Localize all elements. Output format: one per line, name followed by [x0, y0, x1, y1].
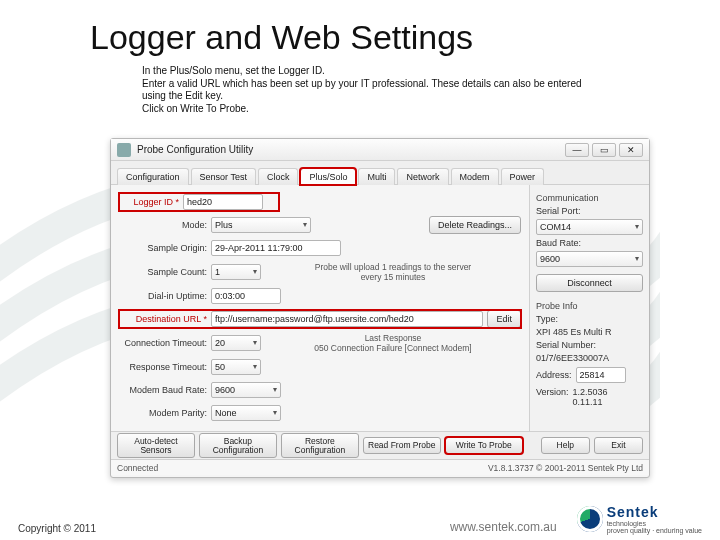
logo-brand-sub: technologies	[607, 520, 702, 527]
exit-button[interactable]: Exit	[594, 437, 643, 454]
baud-rate-select[interactable]: 9600	[536, 251, 643, 267]
form-panel: Logger ID * hed20 Mode: Plus Delete Read…	[111, 185, 529, 431]
address-label: Address:	[536, 370, 572, 380]
tab-power[interactable]: Power	[501, 168, 545, 185]
version-value: 1.2.5036	[573, 387, 608, 397]
tab-bar: Configuration Sensor Test Clock Plus/Sol…	[111, 161, 649, 185]
logo-mark-icon	[577, 506, 603, 532]
close-button[interactable]: ✕	[619, 143, 643, 157]
baud-rate-label: Baud Rate:	[536, 238, 643, 248]
probe-info-heading: Probe Info	[536, 301, 643, 311]
edit-url-button[interactable]: Edit	[487, 310, 521, 328]
status-connected: Connected	[117, 463, 158, 473]
logger-id-input[interactable]: hed20	[183, 194, 263, 210]
backup-config-button[interactable]: Backup Configuration	[199, 433, 277, 459]
version-value2: 0.11.11	[573, 397, 608, 407]
last-response-label: Last Response	[265, 333, 521, 343]
tab-configuration[interactable]: Configuration	[117, 168, 189, 185]
mode-select[interactable]: Plus	[211, 217, 311, 233]
last-response-value: 050 Connection Failure [Connect Modem]	[265, 343, 521, 353]
status-version: V1.8.1.3737 © 2001-2011 Sentek Pty Ltd	[488, 463, 643, 473]
instruction-line: Click on Write To Probe.	[142, 103, 602, 116]
instruction-line: In the Plus/Solo menu, set the Logger ID…	[142, 65, 602, 78]
serial-port-label: Serial Port:	[536, 206, 643, 216]
version-label: Version:	[536, 387, 569, 397]
minimize-button[interactable]: —	[565, 143, 589, 157]
footer-url: www.sentek.com.au	[450, 520, 557, 534]
help-button[interactable]: Help	[541, 437, 590, 454]
tab-modem[interactable]: Modem	[451, 168, 499, 185]
modem-parity-select[interactable]: None	[211, 405, 281, 421]
type-label: Type:	[536, 314, 643, 324]
window-title: Probe Configuration Utility	[137, 144, 253, 155]
bottom-button-bar: Auto-detect Sensors Backup Configuration…	[111, 431, 649, 459]
conn-timeout-select[interactable]: 20	[211, 335, 261, 351]
logo-tagline: proven quality · enduring value	[607, 527, 702, 534]
logo-brand: Sentek	[607, 504, 702, 520]
serial-number-label: Serial Number:	[536, 340, 643, 350]
maximize-button[interactable]: ▭	[592, 143, 616, 157]
address-value: 25814	[576, 367, 626, 383]
conn-timeout-label: Connection Timeout:	[119, 338, 207, 348]
dest-url-input[interactable]: ftp://username:password@ftp.usersite.com…	[211, 311, 483, 327]
app-icon	[117, 143, 131, 157]
dialin-input[interactable]: 0:03:00	[211, 288, 281, 304]
sample-count-select[interactable]: 1	[211, 264, 261, 280]
sample-origin-input[interactable]: 29-Apr-2011 11:79:00	[211, 240, 341, 256]
disconnect-button[interactable]: Disconnect	[536, 274, 643, 292]
modem-baud-select[interactable]: 9600	[211, 382, 281, 398]
sentek-logo: Sentek technologies proven quality · end…	[577, 504, 702, 534]
resp-timeout-label: Response Timeout:	[119, 362, 207, 372]
side-panel: Communication Serial Port: COM14 Baud Ra…	[529, 185, 649, 431]
serial-port-select[interactable]: COM14	[536, 219, 643, 235]
write-to-probe-button[interactable]: Write To Probe	[445, 437, 523, 454]
titlebar[interactable]: Probe Configuration Utility — ▭ ✕	[111, 139, 649, 161]
dest-url-label: Destination URL *	[119, 314, 207, 324]
instructions-block: In the Plus/Solo menu, set the Logger ID…	[142, 65, 602, 115]
instruction-line: Enter a valid URL which has been set up …	[142, 78, 602, 103]
read-from-probe-button[interactable]: Read From Probe	[363, 437, 441, 454]
tab-plus-solo[interactable]: Plus/Solo	[300, 168, 356, 185]
upload-message: Probe will upload 1 readings to the serv…	[265, 262, 521, 272]
delete-readings-button[interactable]: Delete Readings...	[429, 216, 521, 234]
upload-message: every 15 minutes	[265, 272, 521, 282]
probe-config-window: Probe Configuration Utility — ▭ ✕ Config…	[110, 138, 650, 478]
sample-count-label: Sample Count:	[119, 267, 207, 277]
status-bar: Connected V1.8.1.3737 © 2001-2011 Sentek…	[111, 459, 649, 475]
tab-clock[interactable]: Clock	[258, 168, 299, 185]
restore-config-button[interactable]: Restore Configuration	[281, 433, 359, 459]
modem-baud-label: Modem Baud Rate:	[119, 385, 207, 395]
logger-id-label: Logger ID *	[119, 197, 179, 207]
modem-parity-label: Modem Parity:	[119, 408, 207, 418]
tab-sensor-test[interactable]: Sensor Test	[191, 168, 256, 185]
dialin-label: Dial-in Uptime:	[119, 291, 207, 301]
communication-heading: Communication	[536, 193, 643, 203]
copyright: Copyright © 2011	[18, 523, 96, 534]
tab-multi[interactable]: Multi	[358, 168, 395, 185]
auto-detect-sensors-button[interactable]: Auto-detect Sensors	[117, 433, 195, 459]
mode-label: Mode:	[119, 220, 207, 230]
type-value: XPI 485 Es Multi R	[536, 327, 643, 337]
slide-footer: Copyright © 2011 www.sentek.com.au Sente…	[0, 504, 720, 534]
serial-number-value: 01/7/6EE330007A	[536, 353, 643, 363]
slide-title: Logger and Web Settings	[90, 18, 473, 57]
resp-timeout-select[interactable]: 50	[211, 359, 261, 375]
sample-origin-label: Sample Origin:	[119, 243, 207, 253]
tab-network[interactable]: Network	[397, 168, 448, 185]
